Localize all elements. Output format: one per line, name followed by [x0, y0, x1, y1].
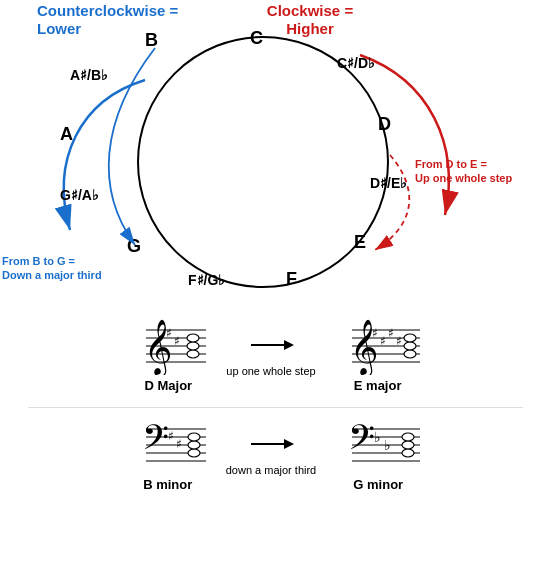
g-minor-block: 𝄢 ♭ ♭ G minor — [334, 414, 422, 492]
circle — [138, 37, 388, 287]
note-As: A♯/B♭ — [70, 67, 108, 83]
svg-marker-15 — [284, 340, 294, 350]
note-B: B — [145, 30, 158, 50]
annotation-d-to-e-line1: From D to E = — [415, 158, 487, 170]
svg-text:♯: ♯ — [388, 326, 394, 340]
counterclockwise-title: Counterclockwise = — [37, 2, 179, 19]
note-Fs: F♯/G♭ — [188, 272, 225, 288]
clockwise-subtitle: Higher — [286, 20, 334, 37]
note-E: E — [354, 232, 366, 252]
clockwise-title: Clockwise = — [267, 2, 354, 19]
note-C: C — [250, 28, 263, 48]
e-major-label: E major — [354, 378, 402, 393]
down-major-third-arrow: down a major third — [226, 429, 317, 478]
circle-of-fifths-diagram: Counterclockwise = Lower Clockwise = Hig… — [0, 0, 550, 310]
treble-clef-row: 𝄞 ♯ ♯ D Major up one whole step — [0, 315, 550, 393]
svg-point-11 — [187, 350, 199, 358]
note-A: A — [60, 124, 73, 144]
svg-point-51 — [402, 441, 414, 449]
svg-text:♯: ♯ — [166, 326, 172, 340]
row-divider — [28, 407, 523, 408]
svg-point-12 — [187, 342, 199, 350]
svg-point-13 — [187, 334, 199, 342]
e-major-staff: 𝄞 ♯ ♯ ♯ ♯ — [334, 315, 422, 375]
d-major-block: 𝄞 ♯ ♯ D Major — [128, 315, 208, 393]
b-minor-block: 𝄢 ♯ ♯ B minor — [128, 414, 208, 492]
d-major-label: D Major — [145, 378, 193, 393]
e-major-block: 𝄞 ♯ ♯ ♯ ♯ E major — [334, 315, 422, 393]
b-minor-staff: 𝄢 ♯ ♯ — [128, 414, 208, 474]
svg-point-28 — [404, 334, 416, 342]
svg-point-37 — [188, 449, 200, 457]
down-major-third-label: down a major third — [226, 463, 317, 477]
svg-point-38 — [188, 441, 200, 449]
svg-text:♭: ♭ — [384, 438, 391, 453]
up-whole-step-label: up one whole step — [226, 364, 315, 378]
note-G: G — [127, 236, 141, 256]
svg-text:♯: ♯ — [176, 437, 182, 451]
main-container: Counterclockwise = Lower Clockwise = Hig… — [0, 0, 550, 579]
svg-text:𝄢: 𝄢 — [142, 419, 169, 465]
note-Ds: D♯/E♭ — [370, 175, 407, 191]
svg-text:♭: ♭ — [374, 430, 381, 445]
annotation-b-to-g-line2: Down a major third — [2, 269, 102, 281]
g-minor-label: G minor — [353, 477, 403, 492]
annotation-d-to-e-line2: Up one whole step — [415, 172, 512, 184]
up-whole-step-arrow: up one whole step — [226, 330, 315, 379]
note-D: D — [378, 114, 391, 134]
bass-clef-row: 𝄢 ♯ ♯ B minor down a major third — [0, 414, 550, 492]
svg-point-52 — [402, 433, 414, 441]
g-minor-staff: 𝄢 ♭ ♭ — [334, 414, 422, 474]
svg-text:♯: ♯ — [372, 326, 378, 340]
svg-text:♯: ♯ — [380, 334, 386, 348]
svg-point-27 — [404, 342, 416, 350]
svg-marker-41 — [284, 439, 294, 449]
svg-text:♯: ♯ — [168, 429, 174, 443]
note-F: F — [286, 269, 297, 289]
svg-text:𝄢: 𝄢 — [348, 419, 375, 465]
note-Gs: G♯/A♭ — [60, 187, 99, 203]
notation-area: 𝄞 ♯ ♯ D Major up one whole step — [0, 315, 550, 579]
svg-point-26 — [404, 350, 416, 358]
annotation-b-to-g-line1: From B to G = — [2, 255, 75, 267]
svg-text:♯: ♯ — [396, 334, 402, 348]
svg-point-50 — [402, 449, 414, 457]
note-Cs: C♯/D♭ — [337, 55, 375, 71]
svg-point-39 — [188, 433, 200, 441]
b-minor-label: B minor — [143, 477, 192, 492]
svg-text:♯: ♯ — [174, 334, 180, 348]
counterclockwise-subtitle: Lower — [37, 20, 81, 37]
d-major-staff: 𝄞 ♯ ♯ — [128, 315, 208, 375]
